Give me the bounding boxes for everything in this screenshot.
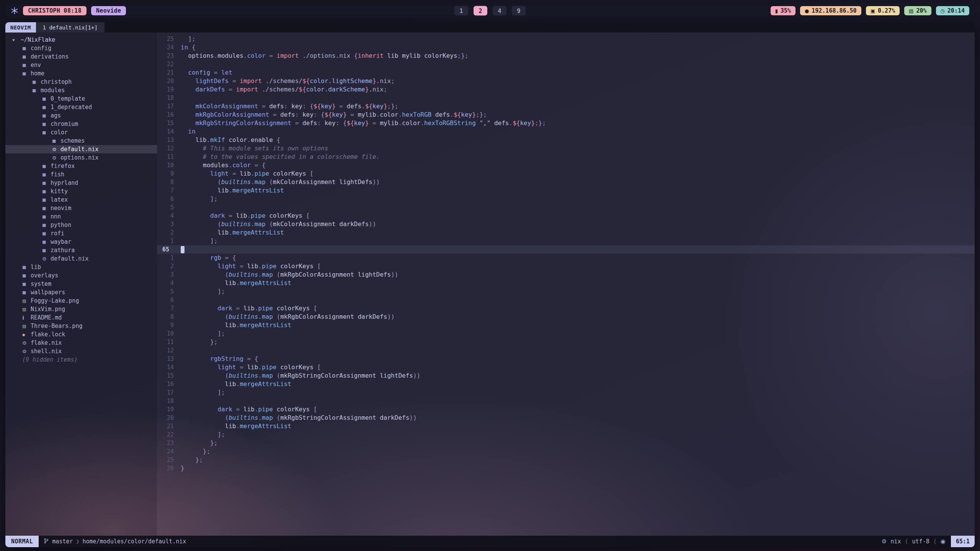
code-line[interactable]: 12 (157, 346, 975, 355)
code-line[interactable]: 25 }; (157, 456, 975, 464)
code-line-current[interactable]: 65 (157, 245, 975, 254)
tree-item-flake-nix[interactable]: ⚙flake.nix (5, 339, 157, 347)
tree-item-fish[interactable]: ■fish (5, 170, 157, 179)
code-line[interactable]: 14 in (157, 127, 975, 136)
code-line[interactable]: 15 (builtins.map (mkRgbStringColorAssign… (157, 372, 975, 380)
tab-default-nix[interactable]: 1 default.nix[1+] (36, 22, 105, 33)
code-line[interactable]: 19 darkDefs = import ./schemes/${color.d… (157, 85, 975, 94)
tree-item-shell-nix[interactable]: ⚙shell.nix (5, 347, 157, 355)
tree-item-nixvim-png[interactable]: ▨NixVim.png (5, 305, 157, 313)
code-line[interactable]: 8 (builtins.map (mkColorAssignment light… (157, 178, 975, 186)
tree-item-derivations[interactable]: ■derivations (5, 52, 157, 61)
user-clock-badge[interactable]: CHRISTOPH 08:18 (23, 6, 87, 15)
code-line[interactable]: 16 mkRgbColorAssignment = defs: key: {${… (157, 111, 975, 119)
editor-buffer[interactable]: 25 ];24in {23 options.modules.color = im… (157, 33, 975, 536)
tree-item-latex[interactable]: ■latex (5, 196, 157, 204)
tree-item-christoph[interactable]: ■christoph (5, 78, 157, 86)
tree-item-foggy-lake-png[interactable]: ▨Foggy-Lake.png (5, 297, 157, 305)
workspace-2[interactable]: 2 (474, 6, 487, 16)
code-line[interactable]: 4 lib.mergeAttrsList (157, 279, 975, 287)
code-line[interactable]: 22 ]; (157, 430, 975, 439)
network-pill[interactable]: ●192.168.86.50 (800, 6, 861, 15)
code-line[interactable]: 6 (157, 296, 975, 304)
code-line[interactable]: 9 lib.mergeAttrsList (157, 321, 975, 329)
code-line[interactable]: 21 config = let (157, 68, 975, 77)
tree-item-rofi[interactable]: ■rofi (5, 229, 157, 238)
code-line[interactable]: 22 (157, 60, 975, 68)
code-line[interactable]: 10 ]; (157, 329, 975, 338)
code-line[interactable]: 13 rgbString = { (157, 355, 975, 363)
code-line[interactable]: 17 mkColorAssignment = defs: key: {${key… (157, 102, 975, 111)
battery-pill[interactable]: ▮35% (771, 6, 795, 15)
workspace-1[interactable]: 1 (454, 6, 468, 16)
code-line[interactable]: 23 options.modules.color = import ./opti… (157, 52, 975, 60)
code-line[interactable]: 13 lib.mkIf color.enable { (157, 136, 975, 144)
code-line[interactable]: 1 rgb = { (157, 254, 975, 262)
active-window-badge[interactable]: Neovide (91, 6, 126, 15)
tree-item-kitty[interactable]: ■kitty (5, 187, 157, 196)
code-line[interactable]: 16 lib.mergeAttrsList (157, 380, 975, 388)
tree-item-nnn[interactable]: ■nnn (5, 212, 157, 221)
tree-item-nixflake[interactable]: ▾~/NixFlake (5, 36, 157, 44)
code-line[interactable]: 10 modules.color = { (157, 161, 975, 170)
code-line[interactable]: 21 lib.mergeAttrsList (157, 422, 975, 430)
tree-item-python[interactable]: ■python (5, 221, 157, 229)
code-line[interactable]: 7 lib.mergeAttrsList (157, 186, 975, 195)
memory-pill[interactable]: ▤20% (904, 6, 931, 15)
tree-item-config[interactable]: ■config (5, 44, 157, 52)
code-line[interactable]: 3 (builtins.map (mkRgbColorAssignment li… (157, 271, 975, 279)
code-line[interactable]: 5 ]; (157, 287, 975, 296)
tree-item-1-deprecated[interactable]: ■1_deprecated (5, 103, 157, 111)
code-line[interactable]: 1 ]; (157, 237, 975, 245)
code-line[interactable]: 8 (builtins.map (mkRgbColorAssignment da… (157, 313, 975, 321)
tree-item-system[interactable]: ■system (5, 280, 157, 288)
code-line[interactable]: 2 light = lib.pipe colorKeys [ (157, 262, 975, 271)
tree-item-waybar[interactable]: ■waybar (5, 238, 157, 246)
code-line[interactable]: 17 ]; (157, 388, 975, 397)
code-line[interactable]: 4 dark = lib.pipe colorKeys [ (157, 212, 975, 220)
tree-item-chromium[interactable]: ■chromium (5, 120, 157, 128)
tree-item-hyprland[interactable]: ■hyprland (5, 179, 157, 187)
tree-item-env[interactable]: ■env (5, 61, 157, 69)
tree-item-overlays[interactable]: ■overlays (5, 271, 157, 280)
code-line[interactable]: 25 ]; (157, 35, 975, 43)
tree-item-lib[interactable]: ■lib (5, 263, 157, 271)
tree-item-neovim[interactable]: ■neovim (5, 204, 157, 212)
code-line[interactable]: 5 (157, 203, 975, 212)
code-line[interactable]: 2 lib.mergeAttrsList (157, 228, 975, 237)
tree-item-default-nix[interactable]: ⚙default.nix (5, 145, 157, 153)
tree-item-0-template[interactable]: ■0_template (5, 95, 157, 103)
tree-item-flake-lock[interactable]: ◆flake.lock (5, 330, 157, 339)
code-line[interactable]: 18 (157, 397, 975, 405)
code-line[interactable]: 18 (157, 94, 975, 102)
code-line[interactable]: 20 (builtins.map (mkRgbStringColorAssign… (157, 414, 975, 422)
tree-item-schemes[interactable]: ■schemes (5, 137, 157, 145)
tree-item-readme-md[interactable]: ℹREADME.md (5, 313, 157, 322)
code-line[interactable]: 23 }; (157, 439, 975, 447)
tree-item-zathura[interactable]: ■zathura (5, 246, 157, 254)
workspace-4[interactable]: 4 (493, 6, 506, 16)
code-line[interactable]: 15 mkRgbStringColorAssignment = defs: ke… (157, 119, 975, 127)
code-line[interactable]: 11 }; (157, 338, 975, 346)
code-line[interactable]: 9 light = lib.pipe colorKeys [ (157, 170, 975, 178)
code-line[interactable]: 11 # to the values specified in a colors… (157, 153, 975, 161)
code-line[interactable]: 26} (157, 464, 975, 473)
code-line[interactable]: 19 dark = lib.pipe colorKeys [ (157, 405, 975, 414)
tree-item-color[interactable]: ■color (5, 128, 157, 137)
code-line[interactable]: 12 # This module sets its own options (157, 144, 975, 153)
code-line[interactable]: 6 ]; (157, 195, 975, 203)
code-line[interactable]: 24in { (157, 43, 975, 52)
tree-item-modules[interactable]: ■modules (5, 86, 157, 95)
tree-item-options-nix[interactable]: ⚙options.nix (5, 153, 157, 162)
tree-item-wallpapers[interactable]: ■wallpapers (5, 288, 157, 297)
tree-item-home[interactable]: ■home (5, 69, 157, 78)
code-line[interactable]: 3 (builtins.map (mkColorAssignment darkD… (157, 220, 975, 228)
code-line[interactable]: 24 }; (157, 447, 975, 456)
code-line[interactable]: 7 dark = lib.pipe colorKeys [ (157, 304, 975, 313)
tree-item-default-nix[interactable]: ⚙default.nix (5, 254, 157, 263)
cpu-pill[interactable]: ▣0.27% (866, 6, 900, 15)
tree-item-ags[interactable]: ■ags (5, 111, 157, 120)
code-line[interactable]: 14 light = lib.pipe colorKeys [ (157, 363, 975, 372)
code-line[interactable]: 20 lightDefs = import ./schemes/${color.… (157, 77, 975, 85)
tree-item-firefox[interactable]: ■firefox (5, 162, 157, 170)
